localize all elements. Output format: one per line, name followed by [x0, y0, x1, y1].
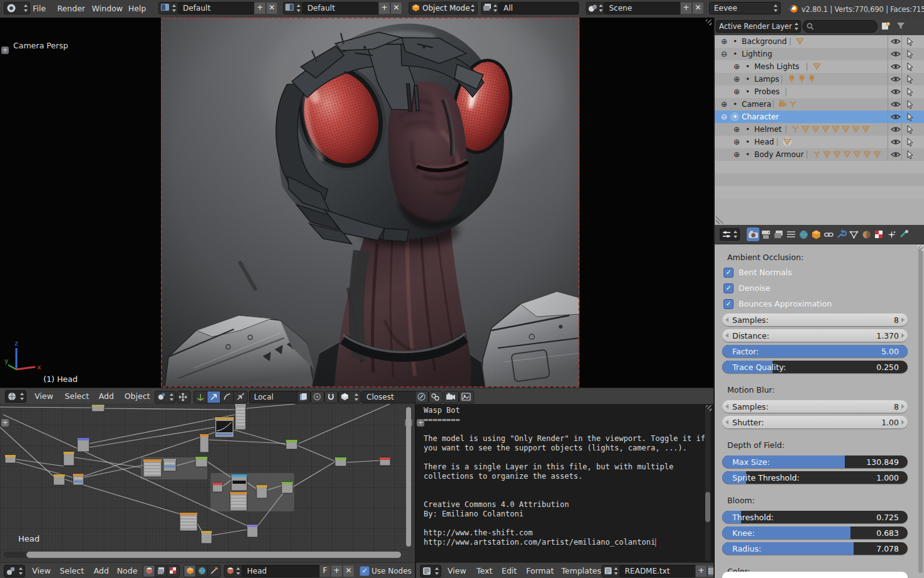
visibility-eye-icon[interactable]	[891, 126, 901, 133]
expand-icon[interactable]: ⊕	[734, 62, 740, 71]
shader-node[interactable]	[63, 452, 74, 466]
properties-tab-tool[interactable]	[898, 227, 910, 241]
slider-radius[interactable]: Radius:7.078	[722, 542, 908, 555]
properties-tab-effects[interactable]	[885, 227, 898, 241]
shader-node[interactable]	[235, 404, 246, 430]
expand-icon[interactable]: ⊕	[721, 37, 727, 46]
menu-render[interactable]: Render	[57, 0, 85, 18]
shader-node[interactable]	[380, 457, 390, 466]
shader-type-linestyle[interactable]	[167, 565, 180, 577]
shader-node[interactable]	[195, 457, 207, 467]
properties-tab-particles[interactable]	[847, 227, 860, 241]
shader-node[interactable]	[201, 531, 212, 543]
expand-icon[interactable]: ⊕	[721, 100, 727, 109]
menu-edit[interactable]: Edit	[502, 563, 517, 578]
text-file-field[interactable]: README.txt	[620, 565, 700, 577]
menu-help[interactable]: Help	[128, 0, 146, 18]
slider-knee[interactable]: Knee:0.683	[722, 526, 908, 539]
visibility-eye-icon[interactable]	[891, 38, 901, 45]
outliner-label[interactable]: Mesh Lights	[754, 62, 800, 71]
viewport-3d[interactable]: Camera Persp + z x y (1) Head	[0, 18, 713, 388]
node-hscrollbar-thumb[interactable]	[26, 552, 401, 558]
visibility-eye-icon[interactable]	[891, 113, 901, 121]
proportional-falloff-icon[interactable]	[311, 391, 324, 403]
menu-add[interactable]: Add	[94, 563, 109, 578]
visibility-eye-icon[interactable]	[891, 75, 901, 83]
text-vscrollbar[interactable]	[705, 405, 710, 561]
workspace-a-icon-button[interactable]	[158, 2, 179, 14]
shader-node[interactable]	[231, 474, 247, 491]
outliner-label[interactable]: Body Armour	[754, 150, 804, 159]
selectability-cursor-icon[interactable]	[906, 125, 914, 134]
shader-node[interactable]	[286, 440, 297, 449]
selectability-cursor-icon[interactable]	[906, 37, 914, 46]
menu-file[interactable]: File	[33, 0, 46, 18]
expand-icon[interactable]: ⊕	[734, 75, 740, 84]
selectability-cursor-icon[interactable]	[906, 150, 914, 159]
shader-node[interactable]	[53, 474, 65, 485]
slider-maxsize[interactable]: Max Size:130.849	[722, 455, 908, 468]
expand-icon[interactable]: ⊕	[734, 87, 740, 96]
outliner-row-lamps[interactable]: ⊕•Lamps|	[715, 73, 924, 85]
menu-format[interactable]: Format	[526, 563, 554, 578]
material-name-field[interactable]: Head	[242, 565, 321, 577]
properties-tab-object[interactable]	[810, 227, 822, 241]
menu-view[interactable]: View	[35, 388, 53, 404]
expand-icon[interactable]: ⊕	[734, 125, 740, 134]
text-datablock-icon[interactable]	[602, 565, 620, 577]
shader-node[interactable]	[143, 459, 162, 477]
fake-user-button[interactable]: F	[319, 565, 331, 577]
shader-node[interactable]	[230, 492, 247, 511]
shader-node[interactable]	[335, 457, 346, 466]
material-unlink-button[interactable]: ✕	[343, 565, 355, 577]
checkbox-denoise[interactable]: ✓	[723, 283, 734, 293]
nodes-overlay-icon[interactable]	[429, 391, 443, 403]
color-swatch[interactable]	[722, 572, 908, 578]
node-vscrollbar[interactable]	[406, 407, 411, 547]
gizmo-dropdown[interactable]	[155, 391, 176, 403]
workspace-b-add-button[interactable]: +	[378, 2, 390, 14]
menu-view[interactable]: View	[448, 563, 466, 578]
selectability-cursor-icon[interactable]	[906, 87, 914, 96]
render-image-icon[interactable]	[459, 391, 474, 403]
orientation-gimbal-button[interactable]	[220, 391, 234, 403]
outliner-row-probes[interactable]: ⊕•Probes|	[715, 85, 924, 98]
workspace-a-field[interactable]: Default	[178, 2, 255, 14]
outliner-label[interactable]: Lamps	[754, 75, 779, 84]
shader-node[interactable]	[163, 459, 176, 471]
use-nodes-checkbox[interactable]: ✓	[360, 566, 370, 576]
shader-node[interactable]	[73, 474, 84, 485]
text-editor-type-button[interactable]	[420, 565, 441, 577]
text-vscrollbar-thumb[interactable]	[705, 492, 710, 522]
workspace-b-field[interactable]: Default	[302, 2, 379, 14]
node-expand-chip-left[interactable]: +	[1, 419, 9, 427]
menu-select[interactable]: Select	[60, 563, 84, 578]
outliner[interactable]: Active Render Layer ⊕•Background|⊖•Light…	[713, 18, 924, 225]
text-new-button[interactable]: +	[695, 565, 707, 577]
collapse-icon[interactable]: ⊖	[721, 50, 727, 58]
snap-target-dropdown[interactable]	[338, 391, 361, 403]
slider-factor[interactable]: Factor:5.00	[722, 345, 908, 357]
workspace-b-close-button[interactable]: ✕	[390, 2, 402, 14]
material-selector-icon[interactable]	[224, 565, 243, 577]
properties-tab-modifiers[interactable]	[835, 227, 847, 241]
properties-tab-world[interactable]	[797, 227, 810, 241]
shader-node[interactable]	[256, 485, 267, 498]
shader-node[interactable]	[92, 405, 104, 412]
slider-spritethreshold[interactable]: Sprite Threshold:1.000	[722, 471, 908, 484]
scene-add-button[interactable]: +	[680, 2, 692, 14]
props-vscrollbar[interactable]	[918, 246, 923, 573]
visibility-eye-icon[interactable]	[891, 63, 901, 70]
node-editor-type-button[interactable]	[4, 565, 25, 577]
outliner-label[interactable]: Camera	[742, 100, 771, 109]
visibility-eye-icon[interactable]	[891, 138, 901, 146]
selectability-cursor-icon[interactable]	[906, 100, 914, 109]
slider-samples[interactable]: Samples:8	[722, 400, 908, 413]
properties-tab-constraints[interactable]	[822, 227, 835, 241]
viewport-editor-type-button[interactable]	[5, 390, 26, 403]
screwdriver-icon[interactable]	[415, 391, 429, 403]
app-menu-button[interactable]	[4, 2, 30, 14]
viewlayer-field[interactable]: All	[498, 2, 579, 14]
outliner-label[interactable]: Helmet	[754, 125, 782, 134]
shader-node[interactable]	[77, 438, 89, 452]
